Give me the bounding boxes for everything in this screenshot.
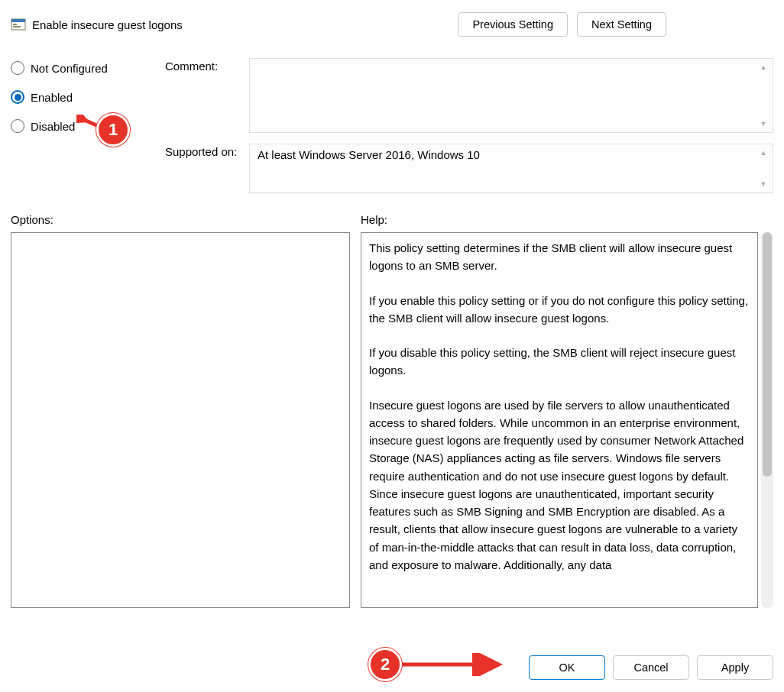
supported-on-text: At least Windows Server 2016, Windows 10	[258, 148, 480, 161]
next-setting-button[interactable]: Next Setting	[577, 12, 666, 37]
annotation-marker-1: 1	[96, 113, 130, 147]
ok-button[interactable]: OK	[529, 655, 605, 680]
header: Enable insecure guest logons Previous Se…	[0, 0, 784, 43]
help-paragraph: This policy setting determines if the SM…	[369, 239, 750, 275]
comment-label: Comment:	[165, 58, 249, 73]
help-paragraph: If you disable this policy setting, the …	[369, 344, 750, 380]
help-paragraph: Insecure guest logons are used by file s…	[369, 396, 750, 574]
supported-on-field: At least Windows Server 2016, Windows 10…	[249, 144, 773, 193]
help-label: Help:	[361, 213, 387, 226]
scrollbar-thumb[interactable]	[763, 232, 772, 477]
page-title: Enable insecure guest logons	[32, 18, 452, 31]
help-paragraph: If you enable this policy setting or if …	[369, 292, 750, 328]
svg-rect-1	[11, 19, 25, 22]
supported-on-label: Supported on:	[165, 144, 249, 158]
options-label: Options:	[11, 213, 361, 226]
previous-setting-button[interactable]: Previous Setting	[458, 12, 568, 37]
radio-label: Enabled	[31, 91, 73, 104]
spin-down-icon[interactable]: ▼	[756, 177, 771, 191]
radio-icon	[11, 61, 24, 75]
nav-buttons: Previous Setting Next Setting	[458, 12, 666, 37]
options-box	[11, 232, 350, 608]
cancel-button[interactable]: Cancel	[613, 655, 689, 680]
dialog-buttons: OK Cancel Apply	[529, 655, 773, 680]
apply-button[interactable]: Apply	[697, 655, 773, 680]
help-box: This policy setting determines if the SM…	[361, 232, 758, 608]
comment-field[interactable]: ▲ ▼	[249, 58, 773, 133]
annotation-marker-2: 2	[368, 648, 402, 681]
annotation-arrow-2	[397, 653, 504, 676]
radio-label: Disabled	[31, 120, 75, 133]
radio-icon	[11, 90, 24, 104]
radio-icon	[11, 119, 24, 133]
radio-not-configured[interactable]: Not Configured	[11, 61, 148, 75]
spin-up-icon[interactable]: ▲	[756, 60, 771, 74]
svg-rect-2	[13, 24, 17, 25]
help-scrollbar[interactable]	[761, 232, 773, 608]
policy-icon	[11, 17, 26, 32]
spin-up-icon[interactable]: ▲	[756, 146, 771, 160]
spin-down-icon[interactable]: ▼	[756, 117, 771, 131]
radio-label: Not Configured	[31, 62, 108, 75]
svg-rect-3	[13, 26, 21, 27]
radio-enabled[interactable]: Enabled	[11, 90, 148, 104]
